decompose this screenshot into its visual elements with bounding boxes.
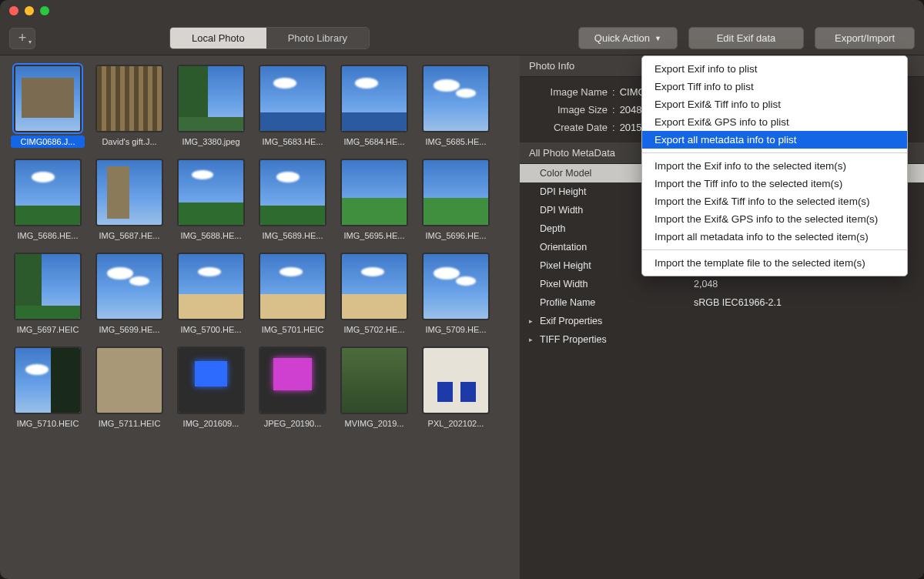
menu-item[interactable]: Import the Exif& GPS info to the selecte…: [642, 210, 907, 228]
menu-item[interactable]: Import the Exif info to the selected ite…: [642, 157, 907, 175]
thumbnail-label: JPEG_20190...: [256, 417, 330, 430]
thumbnail-image: [95, 65, 163, 132]
triangle-down-icon: ▼: [654, 35, 661, 42]
menu-item[interactable]: Export Tiff info to plist: [642, 78, 907, 95]
thumbnail-item[interactable]: IMG_5686.HE...: [11, 159, 85, 242]
metadata-key: TIFF Properties: [540, 334, 694, 345]
metadata-value: 2,048: [694, 279, 718, 290]
thumbnail-label: CIMG0686.J...: [11, 136, 85, 148]
thumbnail-item[interactable]: IMG_5701.HEIC: [256, 253, 330, 336]
thumbnail-image: [14, 346, 82, 414]
thumbnail-label: MVIMG_2019...: [337, 417, 411, 430]
thumbnail-item[interactable]: IMG_5697.HEIC: [11, 253, 85, 336]
thumbnail-item[interactable]: PXL_202102...: [419, 346, 493, 430]
thumbnail-item[interactable]: IMG_3380.jpeg: [174, 65, 248, 148]
export-import-menu: Export Exif info to plistExport Tiff inf…: [641, 55, 908, 276]
window-controls: [9, 6, 49, 15]
thumbnail-item[interactable]: MVIMG_2019...: [337, 346, 411, 430]
metadata-group[interactable]: TIFF Properties: [520, 330, 924, 349]
thumbnail-image: [259, 65, 326, 132]
thumbnail-image: [177, 346, 245, 414]
thumbnail-label: IMG_5688.HE...: [174, 229, 248, 242]
thumbnail-item[interactable]: IMG_5710.HEIC: [11, 346, 85, 430]
thumbnail-item[interactable]: IMG_5689.HE...: [256, 159, 330, 242]
close-window-button[interactable]: [9, 6, 18, 15]
body: CIMG0686.J...David's gift.J...IMG_3380.j…: [0, 55, 924, 579]
thumbnail-item[interactable]: IMG_5696.HE...: [419, 159, 493, 242]
thumbnail-item[interactable]: IMG_5688.HE...: [174, 159, 248, 242]
thumbnail-label: IMG_5699.HE...: [92, 323, 166, 336]
thumbnail-item[interactable]: IMG_5684.HE...: [337, 65, 411, 148]
metadata-key: Exif Properties: [540, 316, 694, 326]
thumbnail-image: [95, 159, 163, 226]
thumbnail-image: [177, 159, 245, 226]
metadata-row[interactable]: Pixel Width2,048: [520, 275, 924, 293]
thumbnail-image: [95, 253, 163, 320]
thumbnail-item[interactable]: IMG_5709.HE...: [419, 253, 493, 336]
thumbnail-item[interactable]: IMG_201609...: [174, 346, 248, 430]
thumbnail-label: IMG_5709.HE...: [419, 323, 493, 336]
menu-separator: [642, 249, 907, 250]
thumbnail-item[interactable]: JPEG_20190...: [256, 346, 330, 430]
thumbnail-item[interactable]: IMG_5695.HE...: [337, 159, 411, 242]
info-key: Create Date: [531, 122, 608, 133]
quick-action-button[interactable]: Quick Action ▼: [578, 27, 678, 49]
thumbnail-item[interactable]: David's gift.J...: [92, 65, 166, 148]
thumbnail-image: [422, 253, 490, 320]
thumbnail-label: IMG_5710.HEIC: [11, 417, 85, 430]
menu-item[interactable]: Export Exif info to plist: [642, 60, 907, 78]
menu-item[interactable]: Import all metadata info to the selected…: [642, 228, 907, 246]
source-segmented-control: Local Photo Photo Library: [169, 27, 370, 49]
thumbnail-item[interactable]: IMG_5685.HE...: [419, 65, 493, 148]
thumbnail-image: [422, 159, 490, 226]
thumbnail-label: PXL_202102...: [419, 417, 493, 430]
thumbnail-image: [259, 346, 326, 414]
thumbnail-label: IMG_5702.HE...: [337, 323, 411, 336]
thumbnail-label: IMG_5687.HE...: [92, 229, 166, 242]
export-import-button[interactable]: Export/Import: [815, 27, 915, 49]
tab-photo-library[interactable]: Photo Library: [266, 28, 369, 49]
thumbnail-item[interactable]: IMG_5687.HE...: [92, 159, 166, 242]
thumbnail-image: [422, 65, 490, 132]
menu-item[interactable]: Export Exif& Tiff info to plist: [642, 95, 907, 113]
titlebar: [0, 0, 924, 22]
thumbnail-label: IMG_5695.HE...: [337, 229, 411, 242]
menu-separator: [642, 152, 907, 153]
menu-item[interactable]: Export Exif& GPS info to plist: [642, 113, 907, 131]
thumbnail-item[interactable]: IMG_5702.HE...: [337, 253, 411, 336]
thumbnail-item[interactable]: IMG_5711.HEIC: [92, 346, 166, 430]
menu-item[interactable]: Import the Tiff info to the selected ite…: [642, 175, 907, 192]
app-window: + ▾ Local Photo Photo Library Quick Acti…: [0, 0, 924, 579]
thumbnail-label: IMG_5711.HEIC: [92, 417, 166, 430]
thumbnail-image: [340, 253, 408, 320]
thumbnail-image: [14, 65, 82, 132]
thumbnail-grid: CIMG0686.J...David's gift.J...IMG_3380.j…: [11, 65, 509, 430]
menu-item[interactable]: Export all metadata info to plist: [642, 131, 907, 149]
menu-item[interactable]: Import the Exif& Tiff info to the select…: [642, 192, 907, 210]
thumbnail-item[interactable]: IMG_5699.HE...: [92, 253, 166, 336]
thumbnail-item[interactable]: IMG_5683.HE...: [256, 65, 330, 148]
thumbnail-image: [95, 346, 163, 414]
caret-down-icon: ▾: [28, 38, 32, 45]
zoom-window-button[interactable]: [40, 6, 49, 15]
thumbnail-item[interactable]: IMG_5700.HE...: [174, 253, 248, 336]
edit-exif-button[interactable]: Edit Exif data: [688, 27, 804, 49]
plus-icon: +: [18, 30, 27, 46]
thumbnail-label: IMG_5689.HE...: [256, 229, 330, 242]
tab-local-photo[interactable]: Local Photo: [170, 28, 266, 49]
metadata-row[interactable]: Profile NamesRGB IEC61966-2.1: [520, 293, 924, 312]
thumbnail-item[interactable]: CIMG0686.J...: [11, 65, 85, 148]
add-button[interactable]: + ▾: [9, 28, 35, 49]
thumbnail-image: [177, 65, 245, 132]
thumbnail-label: IMG_5686.HE...: [11, 229, 85, 242]
thumbnail-label: IMG_5697.HEIC: [11, 323, 85, 336]
menu-item[interactable]: Import the template file to the selected…: [642, 254, 907, 272]
thumbnail-image: [340, 65, 408, 132]
toolbar: + ▾ Local Photo Photo Library Quick Acti…: [0, 22, 924, 55]
thumbnail-label: David's gift.J...: [92, 136, 166, 148]
minimize-window-button[interactable]: [25, 6, 34, 15]
metadata-group[interactable]: Exif Properties: [520, 312, 924, 330]
metadata-key: Profile Name: [540, 297, 694, 308]
thumbnail-label: IMG_5696.HE...: [419, 229, 493, 242]
metadata-key: Pixel Width: [540, 279, 694, 290]
